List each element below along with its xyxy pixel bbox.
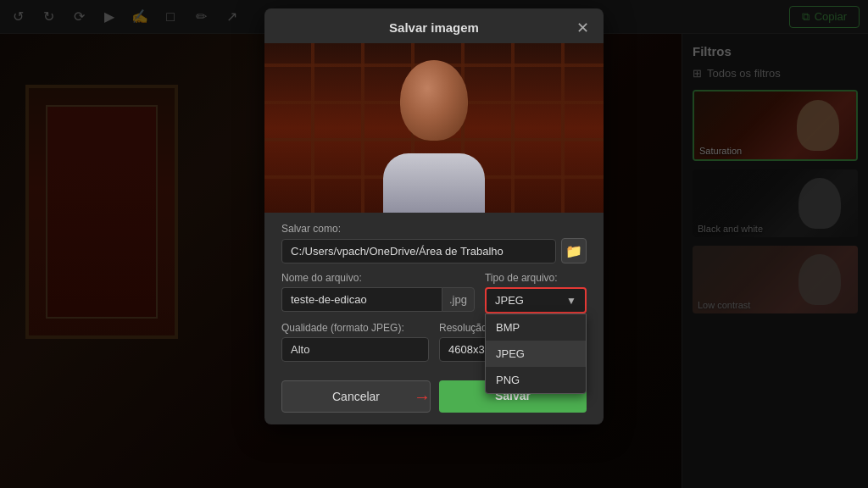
cancel-button[interactable]: Cancelar [281,380,431,413]
file-type-display[interactable]: JPEG ▼ [485,287,587,313]
dropdown-item-jpeg[interactable]: JPEG [486,341,586,367]
file-type-col: Tipo de arquivo: JPEG ▼ BMP JPEG PNG [485,272,587,313]
filename-col: Nome do arquivo: .jpg [281,272,475,313]
file-type-value: JPEG [495,294,524,307]
modal-header: Salvar imagem ✕ [264,8,604,43]
path-row: 📁 [281,238,587,263]
save-as-label: Salvar como: [281,223,587,235]
folder-icon: 📁 [565,243,582,259]
folder-browse-button[interactable]: 📁 [561,238,587,263]
modal-overlay: Salvar imagem ✕ Salvar como: 📁 [0,0,868,488]
dropdown-item-bmp[interactable]: BMP [486,314,586,341]
file-type-label: Tipo de arquivo: [485,272,587,284]
save-path-input[interactable] [281,239,556,263]
modal-preview-image [264,43,604,213]
modal-title: Salvar imagem [389,20,479,35]
modal-close-button[interactable]: ✕ [573,19,592,37]
filename-row: .jpg [281,287,475,312]
filename-type-row: Nome do arquivo: .jpg Tipo de arquivo: J… [281,272,587,313]
quality-col: Qualidade (formato JPEG): Alto [281,322,429,362]
filename-input[interactable] [281,287,442,312]
modal-body: Salvar como: 📁 Nome do arquivo: .jpg [264,213,604,380]
file-type-select-container: JPEG ▼ BMP JPEG PNG [485,287,587,313]
arrow-indicator: → [414,387,431,407]
preview-person-head [400,60,468,141]
quality-select[interactable]: Alto [281,337,429,362]
chevron-down-icon: ▼ [566,295,576,307]
filename-label: Nome do arquivo: [281,272,475,284]
save-image-modal: Salvar imagem ✕ Salvar como: 📁 [264,8,604,424]
file-type-dropdown[interactable]: BMP JPEG PNG [485,313,587,394]
save-as-group: Salvar como: 📁 [281,223,587,263]
dropdown-item-png[interactable]: PNG [486,367,586,393]
quality-label: Qualidade (formato JPEG): [281,322,429,334]
preview-person-body [383,153,485,213]
quality-select-container: Alto [281,337,429,362]
file-extension: .jpg [442,287,475,312]
